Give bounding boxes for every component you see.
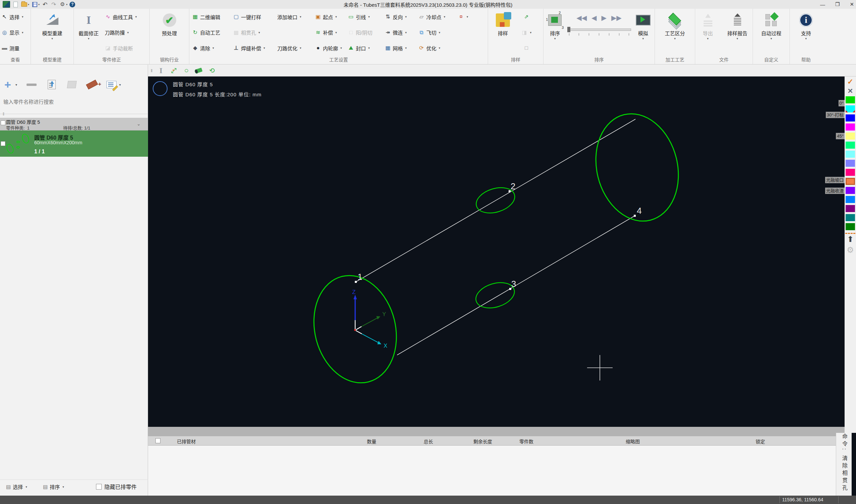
- circle-view-button[interactable]: ○: [182, 66, 191, 75]
- drawing-canvas[interactable]: 圆管 D60 厚度 5 圆管 D60 厚度 5 长度:200 单位: mm 1 …: [148, 76, 844, 427]
- clear-button[interactable]: ◆清除▾: [192, 42, 229, 53]
- color-swatch-dark-green[interactable]: [845, 223, 855, 230]
- panel-splitter-grip[interactable]: ‖: [3, 112, 5, 116]
- select-button[interactable]: ↖选择▾: [1, 12, 23, 22]
- weld-comp-button[interactable]: ⊥焊缝补偿▾: [233, 42, 273, 53]
- misc-process-button[interactable]: ¤▾: [458, 12, 473, 22]
- canvas-scroll-strip[interactable]: [148, 427, 844, 436]
- remove-part-button[interactable]: [26, 79, 37, 90]
- auto-process-button[interactable]: 自动过程▾: [756, 10, 787, 56]
- color-swatch-violet[interactable]: [845, 187, 855, 194]
- cancel-x-icon[interactable]: ✕: [848, 87, 853, 95]
- seal-button[interactable]: ⛰封口▾: [348, 42, 381, 53]
- nest-report-button[interactable]: 排样报告▾: [723, 10, 752, 56]
- point-marker-1[interactable]: [355, 281, 357, 283]
- inner-contour-button[interactable]: ●内轮廓▾: [315, 42, 344, 53]
- one-key-sample-button[interactable]: ▢一键打样: [233, 12, 273, 22]
- column-thumbnail[interactable]: 缩略图: [626, 438, 640, 445]
- add-part-button[interactable]: +▾: [2, 79, 17, 90]
- add-groove-button[interactable]: 添加坡口▾: [277, 12, 311, 22]
- column-total-length[interactable]: 总长: [424, 438, 433, 445]
- ibeam-view-button[interactable]: I: [157, 66, 165, 75]
- step-forward-button[interactable]: ▶: [602, 14, 607, 22]
- sort-button[interactable]: 123 排序▾: [544, 10, 566, 56]
- color-swatch-orange[interactable]: [845, 178, 855, 185]
- curve-tool-button[interactable]: ∿曲线工具▾: [105, 12, 137, 22]
- model-rebuild-button[interactable]: 模型重建▾: [38, 10, 67, 56]
- process-distinguish-button[interactable]: 工艺区分▾: [661, 10, 689, 56]
- support-button[interactable]: i 支持▾: [794, 10, 818, 56]
- display-button[interactable]: ◎显示▾: [1, 27, 23, 38]
- table-select-all-checkbox[interactable]: [156, 438, 160, 443]
- toolbar-grip[interactable]: ‖: [151, 68, 153, 73]
- part-thumbnail: [5, 132, 33, 154]
- preprocess-button[interactable]: ✔ 预处理: [156, 10, 184, 56]
- measure-button[interactable]: ▬测量: [1, 42, 23, 53]
- tube-view-button[interactable]: [195, 66, 203, 75]
- nest-check-button[interactable]: □: [523, 42, 530, 53]
- auto-craft-button[interactable]: ↻自动工艺: [192, 27, 229, 38]
- section-fix-button[interactable]: I 截面修正▾: [74, 10, 103, 56]
- toolpath-optimize-button[interactable]: 刀路优化▾: [277, 42, 311, 53]
- part-group-header[interactable]: 圆管 D60 厚度 5 零件种类: 1 待排/总数: 1/1 ⌄: [0, 118, 148, 130]
- chevron-down-icon[interactable]: ⌄: [137, 121, 141, 126]
- fast-forward-button[interactable]: ▶▶: [611, 14, 622, 22]
- fit-view-button[interactable]: ⤢: [169, 66, 178, 75]
- footer-sort-button[interactable]: ▤排序▾: [43, 483, 64, 490]
- column-remaining-length[interactable]: 剩余长度: [473, 438, 492, 445]
- column-part-count[interactable]: 零件数: [519, 438, 533, 445]
- minimize-button[interactable]: —: [820, 2, 825, 7]
- confirm-check-icon[interactable]: ✓: [847, 77, 853, 86]
- restore-button[interactable]: ❐: [835, 1, 840, 7]
- point-marker-4[interactable]: [634, 215, 636, 217]
- column-quantity[interactable]: 数量: [367, 438, 376, 445]
- color-swatch-teal[interactable]: [845, 214, 855, 221]
- nest-line-button[interactable]: ⇗: [523, 12, 530, 22]
- close-button[interactable]: ✕: [850, 1, 854, 7]
- slider-handle[interactable]: [567, 27, 570, 32]
- part-search-input[interactable]: [3, 99, 131, 105]
- fly-cut-button[interactable]: ⧉飞切▾: [418, 27, 454, 38]
- lead-line-button[interactable]: ▭引线▾: [348, 12, 381, 22]
- step-back-button[interactable]: ◀: [591, 14, 596, 22]
- color-swatch-magenta[interactable]: [845, 124, 855, 130]
- move-up-arrow-icon[interactable]: ⬆: [847, 235, 854, 243]
- grid-button[interactable]: ▦网格▾: [385, 42, 414, 53]
- reverse-button[interactable]: ⇅反向▾: [385, 12, 414, 22]
- simulate-button[interactable]: 模拟▾: [632, 10, 654, 56]
- footer-select-button[interactable]: ▤选择▾: [6, 483, 27, 490]
- preprocess-check-icon: ✔: [162, 12, 177, 29]
- intersection-curve-3[interactable]: [472, 278, 517, 312]
- color-swatch-spring-green[interactable]: [845, 142, 855, 149]
- color-swatch-deep-pink[interactable]: [845, 169, 855, 176]
- rotate-view-button[interactable]: ⟲: [208, 66, 216, 75]
- command-panel-tab[interactable]: 命令: 清除相贯孔: [836, 433, 852, 496]
- color-swatch-purple[interactable]: [845, 205, 855, 212]
- column-lock[interactable]: 锁定: [756, 438, 765, 445]
- color-swatch-periwinkle[interactable]: [845, 160, 855, 167]
- micro-joint-button[interactable]: ↠微连▾: [385, 27, 414, 38]
- edit-2d-button[interactable]: ▦二维编辑: [192, 12, 229, 22]
- delete-parts-button[interactable]: [86, 79, 98, 90]
- group-checkbox[interactable]: [1, 121, 5, 125]
- color-swatch-cyan[interactable]: [845, 105, 855, 112]
- hide-nested-toggle[interactable]: 隐藏已排零件: [96, 483, 137, 490]
- import-list-button[interactable]: [46, 79, 57, 90]
- color-swatch-green[interactable]: [845, 96, 855, 103]
- simulation-slider[interactable]: [567, 27, 631, 32]
- edit-list-button[interactable]: ▾: [106, 81, 121, 88]
- nest-button[interactable]: 排样: [489, 10, 517, 56]
- color-swatch-pale-yellow[interactable]: [845, 132, 855, 140]
- column-row-label[interactable]: 已排管材: [177, 438, 196, 445]
- optimize-button[interactable]: ⟳优化▾: [418, 42, 454, 53]
- color-swatch-blue[interactable]: [845, 114, 855, 122]
- rewind-button[interactable]: ◀◀: [576, 14, 587, 22]
- color-swatch-azure[interactable]: [845, 196, 855, 203]
- toolpath-collision-button[interactable]: 刀路防撞▾: [105, 27, 137, 38]
- start-point-button[interactable]: ▣起点▾: [315, 12, 344, 22]
- part-list-item-selected[interactable]: 圆管 D60 厚度 5 60mmX60mmX200mm 1 / 1: [0, 130, 148, 157]
- cooling-point-button[interactable]: ▱冷却点▾: [418, 12, 454, 22]
- hide-nested-checkbox[interactable]: [96, 484, 102, 490]
- color-swatch-pale-cyan[interactable]: [845, 151, 855, 158]
- compensation-button[interactable]: ≋补偿▾: [315, 27, 344, 38]
